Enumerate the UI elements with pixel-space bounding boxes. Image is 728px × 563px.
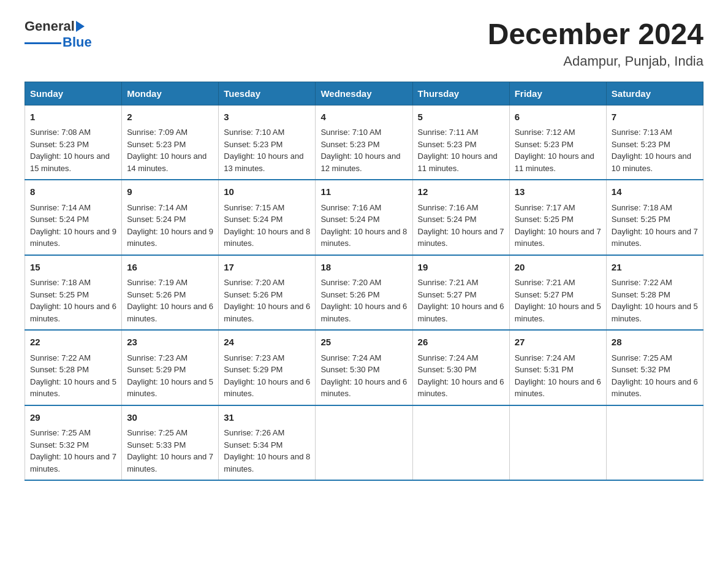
- day-info: Sunrise: 7:25 AM Sunset: 5:33 PM Dayligh…: [127, 428, 213, 473]
- calendar-week-row: 1 Sunrise: 7:08 AM Sunset: 5:23 PM Dayli…: [25, 105, 703, 180]
- day-header-tuesday: Tuesday: [219, 82, 316, 105]
- day-number: 18: [320, 261, 407, 275]
- calendar-day-cell: 3 Sunrise: 7:10 AM Sunset: 5:23 PM Dayli…: [219, 105, 316, 180]
- day-header-saturday: Saturday: [606, 82, 703, 105]
- calendar-day-cell: 26 Sunrise: 7:24 AM Sunset: 5:30 PM Dayl…: [412, 330, 509, 405]
- day-number: 15: [30, 261, 116, 275]
- calendar-day-cell: 13 Sunrise: 7:17 AM Sunset: 5:25 PM Dayl…: [509, 180, 606, 255]
- day-info: Sunrise: 7:21 AM Sunset: 5:27 PM Dayligh…: [515, 278, 601, 323]
- day-info: Sunrise: 7:16 AM Sunset: 5:24 PM Dayligh…: [418, 203, 504, 248]
- logo-triangle-icon: [75, 20, 86, 33]
- day-info: Sunrise: 7:17 AM Sunset: 5:25 PM Dayligh…: [515, 203, 601, 248]
- day-info: Sunrise: 7:10 AM Sunset: 5:23 PM Dayligh…: [320, 128, 400, 173]
- calendar-day-cell: 4 Sunrise: 7:10 AM Sunset: 5:23 PM Dayli…: [316, 105, 412, 180]
- day-info: Sunrise: 7:22 AM Sunset: 5:28 PM Dayligh…: [30, 353, 116, 399]
- day-number: 29: [30, 411, 116, 425]
- calendar-day-cell: 5 Sunrise: 7:11 AM Sunset: 5:23 PM Dayli…: [412, 105, 509, 180]
- logo-blue-text: Blue: [63, 34, 92, 50]
- day-info: Sunrise: 7:15 AM Sunset: 5:24 PM Dayligh…: [224, 203, 310, 248]
- day-info: Sunrise: 7:22 AM Sunset: 5:28 PM Dayligh…: [612, 278, 698, 323]
- calendar-day-cell: [412, 405, 509, 481]
- day-number: 6: [515, 110, 601, 124]
- day-info: Sunrise: 7:18 AM Sunset: 5:25 PM Dayligh…: [612, 203, 698, 248]
- calendar-day-cell: 30 Sunrise: 7:25 AM Sunset: 5:33 PM Dayl…: [122, 405, 219, 481]
- calendar-day-cell: 7 Sunrise: 7:13 AM Sunset: 5:23 PM Dayli…: [606, 105, 703, 180]
- calendar-day-cell: 18 Sunrise: 7:20 AM Sunset: 5:26 PM Dayl…: [316, 255, 412, 331]
- day-number: 2: [127, 110, 213, 124]
- calendar-day-cell: 6 Sunrise: 7:12 AM Sunset: 5:23 PM Dayli…: [509, 105, 606, 180]
- day-number: 9: [127, 185, 213, 199]
- calendar-day-cell: 29 Sunrise: 7:25 AM Sunset: 5:32 PM Dayl…: [25, 405, 122, 481]
- day-info: Sunrise: 7:14 AM Sunset: 5:24 PM Dayligh…: [127, 203, 213, 248]
- day-info: Sunrise: 7:24 AM Sunset: 5:30 PM Dayligh…: [418, 353, 504, 399]
- calendar-day-cell: 1 Sunrise: 7:08 AM Sunset: 5:23 PM Dayli…: [25, 105, 122, 180]
- calendar-day-cell: 12 Sunrise: 7:16 AM Sunset: 5:24 PM Dayl…: [412, 180, 509, 255]
- page-title: December 2024: [488, 18, 703, 51]
- day-number: 7: [612, 110, 698, 124]
- calendar-week-row: 15 Sunrise: 7:18 AM Sunset: 5:25 PM Dayl…: [25, 255, 703, 331]
- day-info: Sunrise: 7:14 AM Sunset: 5:24 PM Dayligh…: [30, 203, 116, 248]
- calendar-day-cell: 31 Sunrise: 7:26 AM Sunset: 5:34 PM Dayl…: [219, 405, 316, 481]
- day-info: Sunrise: 7:16 AM Sunset: 5:24 PM Dayligh…: [320, 203, 407, 248]
- calendar-day-cell: 24 Sunrise: 7:23 AM Sunset: 5:29 PM Dayl…: [219, 330, 316, 405]
- day-info: Sunrise: 7:20 AM Sunset: 5:26 PM Dayligh…: [320, 278, 407, 323]
- calendar-day-cell: 11 Sunrise: 7:16 AM Sunset: 5:24 PM Dayl…: [316, 180, 412, 255]
- calendar-day-cell: 21 Sunrise: 7:22 AM Sunset: 5:28 PM Dayl…: [606, 255, 703, 331]
- day-info: Sunrise: 7:19 AM Sunset: 5:26 PM Dayligh…: [127, 278, 213, 323]
- day-number: 19: [418, 261, 504, 275]
- day-info: Sunrise: 7:26 AM Sunset: 5:34 PM Dayligh…: [224, 428, 310, 473]
- day-number: 27: [515, 335, 601, 350]
- day-header-thursday: Thursday: [412, 82, 509, 105]
- calendar-day-cell: [606, 405, 703, 481]
- logo: General Blue: [25, 18, 92, 50]
- calendar-day-cell: [316, 405, 412, 481]
- day-info: Sunrise: 7:21 AM Sunset: 5:27 PM Dayligh…: [418, 278, 504, 323]
- day-info: Sunrise: 7:23 AM Sunset: 5:29 PM Dayligh…: [224, 353, 310, 399]
- day-info: Sunrise: 7:18 AM Sunset: 5:25 PM Dayligh…: [30, 278, 116, 323]
- day-number: 31: [224, 411, 310, 425]
- day-header-monday: Monday: [122, 82, 219, 105]
- day-number: 16: [127, 261, 213, 275]
- day-number: 1: [30, 110, 116, 124]
- day-info: Sunrise: 7:13 AM Sunset: 5:23 PM Dayligh…: [612, 128, 691, 173]
- calendar-day-cell: 14 Sunrise: 7:18 AM Sunset: 5:25 PM Dayl…: [606, 180, 703, 255]
- calendar-day-cell: 19 Sunrise: 7:21 AM Sunset: 5:27 PM Dayl…: [412, 255, 509, 331]
- day-info: Sunrise: 7:23 AM Sunset: 5:29 PM Dayligh…: [127, 353, 213, 399]
- calendar-week-row: 22 Sunrise: 7:22 AM Sunset: 5:28 PM Dayl…: [25, 330, 703, 405]
- day-info: Sunrise: 7:24 AM Sunset: 5:31 PM Dayligh…: [515, 353, 601, 399]
- day-number: 4: [320, 110, 407, 124]
- day-info: Sunrise: 7:12 AM Sunset: 5:23 PM Dayligh…: [515, 128, 594, 173]
- calendar-day-cell: 23 Sunrise: 7:23 AM Sunset: 5:29 PM Dayl…: [122, 330, 219, 405]
- day-number: 14: [612, 185, 698, 199]
- page-subtitle: Adampur, Punjab, India: [488, 53, 703, 69]
- day-number: 8: [30, 185, 116, 199]
- logo-text: General: [25, 18, 86, 34]
- calendar-day-cell: 8 Sunrise: 7:14 AM Sunset: 5:24 PM Dayli…: [25, 180, 122, 255]
- day-info: Sunrise: 7:20 AM Sunset: 5:26 PM Dayligh…: [224, 278, 310, 323]
- day-number: 11: [320, 185, 407, 199]
- calendar-day-cell: 9 Sunrise: 7:14 AM Sunset: 5:24 PM Dayli…: [122, 180, 219, 255]
- day-header-friday: Friday: [509, 82, 606, 105]
- day-number: 12: [418, 185, 504, 199]
- day-number: 5: [418, 110, 504, 124]
- day-number: 24: [224, 335, 310, 350]
- day-number: 25: [320, 335, 407, 350]
- day-info: Sunrise: 7:08 AM Sunset: 5:23 PM Dayligh…: [30, 128, 110, 173]
- day-number: 10: [224, 185, 310, 199]
- day-header-sunday: Sunday: [25, 82, 122, 105]
- day-number: 28: [612, 335, 698, 350]
- day-info: Sunrise: 7:25 AM Sunset: 5:32 PM Dayligh…: [30, 428, 116, 473]
- logo-bottom: Blue: [25, 34, 92, 50]
- day-number: 21: [612, 261, 698, 275]
- calendar-day-cell: [509, 405, 606, 481]
- day-info: Sunrise: 7:10 AM Sunset: 5:23 PM Dayligh…: [224, 128, 303, 173]
- day-info: Sunrise: 7:11 AM Sunset: 5:23 PM Dayligh…: [418, 128, 498, 173]
- calendar-day-cell: 2 Sunrise: 7:09 AM Sunset: 5:23 PM Dayli…: [122, 105, 219, 180]
- calendar-day-cell: 10 Sunrise: 7:15 AM Sunset: 5:24 PM Dayl…: [219, 180, 316, 255]
- day-number: 3: [224, 110, 310, 124]
- day-number: 30: [127, 411, 213, 425]
- calendar-header-row: SundayMondayTuesdayWednesdayThursdayFrid…: [25, 82, 703, 105]
- calendar-day-cell: 20 Sunrise: 7:21 AM Sunset: 5:27 PM Dayl…: [509, 255, 606, 331]
- day-info: Sunrise: 7:09 AM Sunset: 5:23 PM Dayligh…: [127, 128, 207, 173]
- calendar-week-row: 29 Sunrise: 7:25 AM Sunset: 5:32 PM Dayl…: [25, 405, 703, 481]
